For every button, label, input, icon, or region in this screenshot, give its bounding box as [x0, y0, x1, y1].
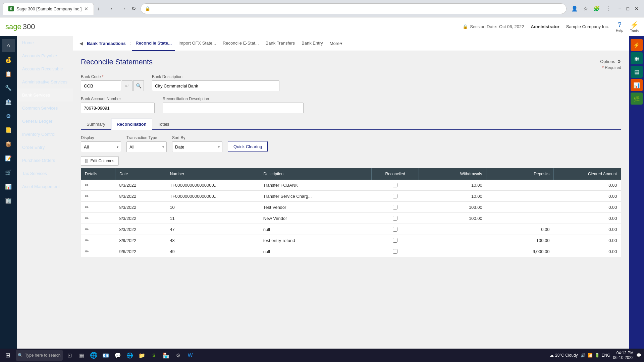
row-date-3: 8/3/2022	[115, 202, 166, 213]
new-tab-button[interactable]: +	[94, 3, 102, 15]
sidebar-item-accounts-payable[interactable]: Accounts Payable	[17, 49, 73, 62]
nav-icon-admin[interactable]: 🔧	[2, 81, 15, 95]
sidebar-item-bank-services[interactable]: Bank Services	[17, 88, 73, 102]
tab-reconcile-state[interactable]: Reconcile State...	[132, 36, 175, 51]
nav-icon-inventory[interactable]: 📦	[2, 137, 15, 151]
row-description-6: test entry-refund	[259, 235, 372, 246]
row-edit-icon-4[interactable]: ✏	[85, 216, 89, 221]
tab-import-ofx[interactable]: Import OFX State...	[175, 36, 219, 51]
maximize-button[interactable]: □	[624, 5, 632, 13]
tab-summary[interactable]: Summary	[81, 119, 111, 129]
refresh-button[interactable]: ↻	[129, 4, 138, 13]
table-row: ✏ 8/3/2022 10 Test Vendor 103.00 0.00	[81, 202, 621, 213]
nav-icon-order[interactable]: 📝	[2, 152, 15, 165]
options-button[interactable]: Options ⚙	[600, 59, 621, 64]
nav-icon-purchase[interactable]: 🛒	[2, 166, 15, 179]
forward-button[interactable]: →	[119, 4, 128, 13]
row-edit-icon-1[interactable]: ✏	[85, 182, 89, 188]
nav-icon-tax[interactable]: 📊	[2, 180, 15, 193]
row-edit-icon-5[interactable]: ✏	[85, 227, 89, 232]
right-rail-chart-button[interactable]: 📊	[631, 79, 643, 91]
url-input[interactable]: localhost/Sage300/OnPremise/QURNSU4tU0FN…	[153, 6, 562, 11]
tab-reconcile-estat[interactable]: Reconcile E-Stat...	[219, 36, 262, 51]
sidebar-item-asset-management[interactable]: Asset Management	[17, 180, 73, 193]
row-reconciled-checkbox-2[interactable]	[393, 194, 397, 198]
sidebar-item-common-services[interactable]: Common Services	[17, 102, 73, 115]
nav-icon-receivable[interactable]: 📋	[2, 67, 15, 80]
col-header-reconciled: Reconciled	[372, 168, 419, 180]
sidebar-item-purchase-orders[interactable]: Purchase Orders	[17, 154, 73, 167]
browser-controls: ← → ↻	[108, 4, 138, 13]
menu-icon[interactable]: ⋮	[603, 4, 613, 13]
bank-code-input[interactable]	[81, 80, 121, 91]
tab-reconciliation[interactable]: Reconciliation	[111, 119, 152, 130]
row-reconciled-checkbox-7[interactable]	[393, 249, 397, 254]
reconciliation-description-input[interactable]	[163, 103, 304, 113]
bank-account-number-group: Bank Account Number	[81, 97, 155, 113]
row-number-1: TF0000000000000000...	[166, 180, 259, 191]
nav-icon-bank[interactable]: 🏦	[2, 95, 15, 109]
sidebar-item-tax-services[interactable]: Tax Services	[17, 167, 73, 180]
nav-icon-asset[interactable]: 🏢	[2, 194, 15, 207]
bank-description-input[interactable]	[152, 80, 279, 91]
nav-icon-ledger[interactable]: 📒	[2, 123, 15, 137]
row-reconciled-checkbox-3[interactable]	[393, 205, 397, 209]
row-edit-icon-2[interactable]: ✏	[85, 193, 89, 199]
sidebar-item-order-entry[interactable]: Order Entry	[17, 141, 73, 154]
breadcrumb-section[interactable]: Bank Transactions	[84, 41, 128, 46]
row-edit-icon-7[interactable]: ✏	[85, 249, 89, 254]
edit-columns-button[interactable]: ||| Edit Columns	[81, 156, 119, 166]
transaction-type-filter-group: Transaction Type All	[126, 135, 167, 152]
sidebar-item-administrative-services[interactable]: Administrative Services	[17, 75, 73, 88]
tools-button[interactable]: ⚡ Tools	[630, 21, 639, 33]
row-reconciled-checkbox-6[interactable]	[393, 238, 397, 243]
back-button[interactable]: ←	[108, 4, 117, 13]
nav-icon-home[interactable]: ⌂	[2, 39, 15, 52]
row-reconciled-checkbox-4[interactable]	[393, 216, 397, 221]
row-cleared-2: 0.00	[554, 191, 621, 202]
tab-more-button[interactable]: More ▾	[326, 36, 346, 51]
tab-totals[interactable]: Totals	[152, 119, 175, 129]
row-date-4: 8/3/2022	[115, 213, 166, 224]
help-button[interactable]: ? Help	[616, 21, 624, 33]
sidebar-item-home[interactable]: Home	[17, 36, 73, 49]
tab-bank-transfers[interactable]: Bank Transfers	[262, 36, 298, 51]
close-button[interactable]: ✕	[632, 5, 641, 13]
transaction-type-select[interactable]: All	[126, 141, 167, 152]
browser-tab-active[interactable]: S Sage 300 [Sample Company Inc.] ✕	[3, 3, 94, 15]
nav-icon-payable[interactable]: 💰	[2, 53, 15, 66]
app-header: sage 300 🔒 Session Date: Oct 06, 2022 Ad…	[0, 17, 644, 36]
sidebar-item-general-ledger[interactable]: General Ledger	[17, 115, 73, 128]
bank-code-search-button[interactable]: 🔍	[133, 80, 144, 91]
extensions-icon[interactable]: 🧩	[591, 4, 602, 13]
address-bar[interactable]: 🔒 localhost/Sage300/OnPremise/QURNSU4tU0…	[141, 3, 567, 14]
right-rail-grid2-button[interactable]: ▤	[631, 66, 643, 78]
col-header-date: Date	[115, 168, 166, 180]
tab-close-button[interactable]: ✕	[84, 6, 88, 11]
icon-rail: ⌂ 💰 📋 🔧 🏦 ⚙ 📒 📦 📝 🛒 📊 🏢	[0, 36, 17, 349]
right-rail-leaf-button[interactable]: 🌿	[631, 93, 643, 105]
sidebar-collapse-button[interactable]: ◀	[78, 38, 84, 49]
sidebar-item-inventory-control[interactable]: Inventory Control	[17, 128, 73, 141]
nav-icon-common[interactable]: ⚙	[2, 109, 15, 123]
right-rail-lightning-button[interactable]: ⚡	[631, 39, 643, 51]
right-rail-grid1-button[interactable]: ▦	[631, 52, 643, 64]
star-icon[interactable]: ☆	[581, 4, 590, 13]
row-edit-icon-6[interactable]: ✏	[85, 238, 89, 243]
sidebar-item-accounts-receivable[interactable]: Accounts Receivable	[17, 62, 73, 75]
table-body: ✏ 8/3/2022 TF0000000000000000... Transfe…	[81, 180, 621, 257]
bank-account-number-input[interactable]	[81, 103, 155, 113]
bank-code-return-button[interactable]: ↵	[122, 80, 132, 91]
quick-clearing-button[interactable]: Quick Clearing	[228, 141, 268, 152]
table-container: Details Date Number Description Reconcil…	[81, 168, 621, 257]
profile-icon[interactable]: 👤	[569, 4, 580, 13]
sort-by-select[interactable]: Date Number Description	[172, 141, 222, 152]
row-reconciled-checkbox-5[interactable]	[393, 227, 397, 232]
tab-bank-entry[interactable]: Bank Entry	[298, 36, 326, 51]
minimize-button[interactable]: −	[615, 5, 624, 13]
display-select[interactable]: All Deposits Withdrawals	[81, 141, 121, 152]
row-number-4: 11	[166, 213, 259, 224]
row-edit-icon-3[interactable]: ✏	[85, 204, 89, 210]
row-reconciled-checkbox-1[interactable]	[393, 183, 397, 187]
row-cleared-1: 0.00	[554, 180, 621, 191]
